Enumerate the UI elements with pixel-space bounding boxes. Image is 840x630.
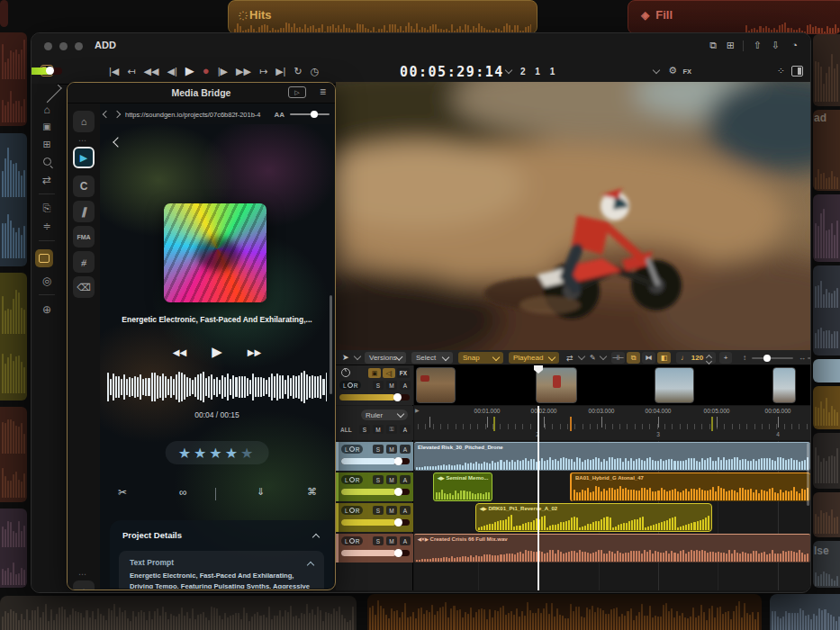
bg-card-hits[interactable]: ҉ Hits <box>228 0 537 34</box>
pan-control[interactable]: LR <box>341 475 363 484</box>
audio-enable-icon[interactable]: ◁| <box>383 368 395 378</box>
video-enable-icon[interactable]: ▣ <box>368 368 381 378</box>
versions-dropdown[interactable]: Versions <box>365 352 406 364</box>
pan-control[interactable]: LR <box>341 506 363 515</box>
automation-button[interactable]: A <box>400 475 411 484</box>
timeline-scrollbar[interactable] <box>807 443 809 506</box>
pan-control[interactable]: LR <box>341 536 363 545</box>
rewind-button[interactable]: ◀◀ <box>144 58 159 84</box>
video-preview[interactable] <box>336 82 811 350</box>
automation-button[interactable]: A <box>400 445 411 454</box>
routing-icon[interactable]: ⁘ <box>777 65 785 76</box>
clip-mix[interactable]: ◀✕▶ Created Crisis 66 Full Mix.wav <box>414 534 810 562</box>
solo-button[interactable]: S <box>373 536 384 545</box>
loop-icon[interactable]: ↻ <box>294 58 302 84</box>
solo-button[interactable]: S <box>373 506 384 515</box>
cursor-tool-icon[interactable]: ➤ <box>342 353 349 362</box>
visibility-icon[interactable]: ◎ <box>37 274 57 287</box>
solo-all-button[interactable]: S <box>359 425 370 434</box>
star-rating[interactable]: ★★★★★ <box>166 441 269 464</box>
lock-icon[interactable]: ⚿ <box>386 425 397 434</box>
chevron-up-icon[interactable] <box>307 562 314 569</box>
chevron-right-icon[interactable] <box>43 85 62 104</box>
mixer-icon[interactable]: ≑ <box>37 220 57 232</box>
library-box-icon[interactable] <box>35 249 53 267</box>
forward-icon[interactable] <box>113 111 121 118</box>
account-icon[interactable]: ◔ <box>791 40 798 50</box>
split-panel-icon[interactable] <box>791 66 803 76</box>
group-clips-button[interactable]: ⧓ <box>642 352 655 364</box>
track-header-mix[interactable]: LR S M A <box>336 534 413 562</box>
panel-scrollbar[interactable] <box>330 295 332 394</box>
bg-card-fill[interactable]: ◈ Fill <box>628 0 840 34</box>
clip-atonal[interactable]: BA01_Hybrid_G Atonal_47 <box>570 472 810 501</box>
mute-button[interactable]: M <box>386 445 397 454</box>
knob-icon[interactable] <box>341 368 350 377</box>
ruler-dropdown[interactable]: Ruler <box>361 410 408 420</box>
mute-button[interactable]: M <box>386 536 397 545</box>
pan-control[interactable]: LR <box>339 381 361 390</box>
url-text[interactable]: https://soundgen.io/projects/07c6b82f-20… <box>125 111 268 119</box>
bars-beats-display[interactable]: 2 1 1 <box>520 67 558 76</box>
chevron-down-icon[interactable] <box>505 67 512 74</box>
back-icon[interactable] <box>103 111 110 118</box>
window-minimize-button[interactable] <box>59 42 68 50</box>
media-bridge-header[interactable]: Media Bridge ▷ ≡ <box>68 83 335 104</box>
draw-tool-icon[interactable]: ✎ <box>590 354 596 362</box>
go-start-button[interactable]: |◀ <box>109 58 119 84</box>
chevron-down-icon[interactable] <box>578 353 585 360</box>
solo-button[interactable]: S <box>373 445 384 454</box>
playhead-dropdown[interactable]: Playhead <box>509 352 559 364</box>
timecode-display[interactable]: 00:05:29:14 <box>400 64 504 80</box>
track-header-reverse[interactable]: LR S M A <box>336 503 413 532</box>
window-close-button[interactable] <box>44 42 52 50</box>
playhead-line[interactable] <box>537 441 539 590</box>
text-prompt-card[interactable]: Text Prompt Energetic Electronic, Fast-P… <box>119 551 324 589</box>
video-thumbnail[interactable] <box>655 367 694 403</box>
audio-follow-button[interactable]: ◧ <box>657 352 671 364</box>
tempo-stepper[interactable] <box>707 353 711 364</box>
star-icon[interactable]: ★ <box>209 445 224 462</box>
clip-drone[interactable]: Elevated Risk_30_Pitched_Drone <box>414 442 810 471</box>
marker-next-button[interactable]: ↦ <box>259 58 267 84</box>
star-icon[interactable]: ★ <box>240 445 256 462</box>
solo-button[interactable]: S <box>373 381 384 390</box>
print-device-icon[interactable]: ⎘ <box>37 202 57 214</box>
settings-globe-icon[interactable]: ⊕ <box>37 303 57 316</box>
service-c-icon[interactable]: C <box>73 176 95 197</box>
add-service-button[interactable]: + <box>73 580 95 590</box>
back-icon[interactable] <box>113 137 122 147</box>
chevron-down-icon[interactable] <box>600 353 607 360</box>
chevron-up-icon[interactable] <box>312 534 320 541</box>
ruler-play-icon[interactable]: ▶ <box>415 407 420 413</box>
video-thumbnail[interactable] <box>416 367 456 403</box>
fx-button[interactable]: FX <box>397 368 410 378</box>
horizontal-zoom-slider[interactable] <box>808 357 811 359</box>
detach-play-icon[interactable]: ▷ <box>288 86 306 98</box>
record-button[interactable]: ● <box>203 58 210 84</box>
video-thumbnail[interactable] <box>536 367 577 403</box>
video-lane[interactable] <box>414 365 810 405</box>
home-icon[interactable]: ⌂ <box>37 104 57 116</box>
star-icon[interactable]: ★ <box>194 445 209 462</box>
go-end-button[interactable]: ▶| <box>275 58 285 84</box>
trim-tool-button[interactable]: ⊣⊢ <box>611 352 625 364</box>
loop-infinity-icon[interactable]: ∞ <box>179 486 187 499</box>
prev-frame-button[interactable]: ◀| <box>167 58 176 84</box>
apps-grid-icon[interactable]: ⊞ <box>37 139 57 150</box>
volume-slider[interactable] <box>341 458 410 464</box>
marker-prev-button[interactable]: ↤ <box>127 58 135 84</box>
menu-icon[interactable]: ≡ <box>320 86 326 98</box>
automation-button[interactable]: A <box>400 506 411 515</box>
mute-button[interactable]: M <box>386 475 397 484</box>
mute-all-button[interactable]: M <box>373 425 384 434</box>
fast-forward-button[interactable]: ▶▶ <box>236 58 251 84</box>
fast-forward-button[interactable]: ▶▶ <box>248 347 261 357</box>
trash-icon[interactable]: ⌫ <box>73 276 95 298</box>
automation-all-button[interactable]: A <box>400 425 411 434</box>
automation-button[interactable]: A <box>400 381 411 390</box>
tasks-icon[interactable]: ▣ <box>37 122 57 131</box>
output-level-meter[interactable] <box>31 68 62 75</box>
pan-control[interactable]: LR <box>341 445 363 454</box>
add-track-button[interactable]: + <box>719 352 732 364</box>
